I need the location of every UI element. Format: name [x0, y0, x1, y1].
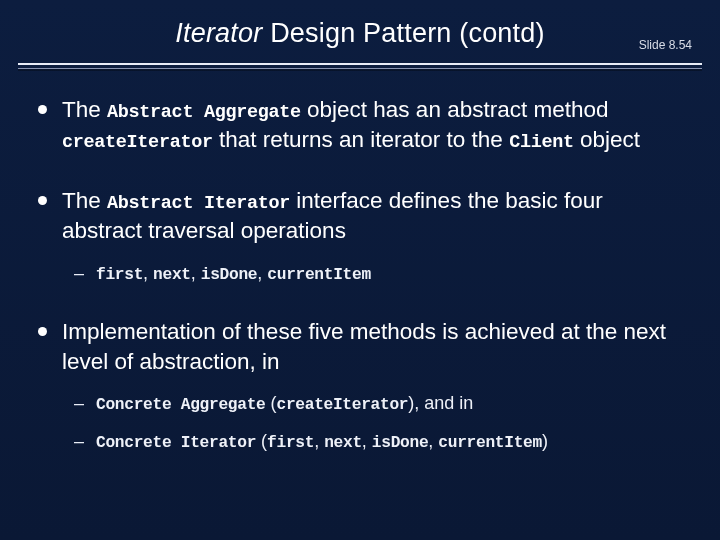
body-text: , — [362, 431, 372, 451]
bullet-item: The Abstract Iterator interface defines … — [34, 186, 686, 287]
code-text: isDone — [201, 266, 258, 284]
body-text: object has an abstract method — [301, 97, 609, 122]
body-text: , — [314, 431, 324, 451]
title-rest: Design Pattern (contd) — [262, 18, 544, 48]
code-text: first — [267, 434, 314, 452]
code-text: isDone — [372, 434, 429, 452]
body-text: The — [62, 188, 107, 213]
code-text: Abstract Aggregate — [107, 102, 301, 123]
bullet-item: Implementation of these five methods is … — [34, 317, 686, 455]
code-text: next — [153, 266, 191, 284]
body-text: The — [62, 97, 107, 122]
body-text: ), and in — [408, 393, 473, 413]
slide-content: The Abstract Aggregate object has an abs… — [0, 69, 720, 455]
body-text: , — [428, 431, 438, 451]
bullet-list: The Abstract Aggregate object has an abs… — [34, 95, 686, 455]
sub-bullet-list: Concrete Aggregate (createIterator), and… — [62, 390, 686, 455]
body-text: ) — [542, 431, 548, 451]
slide: Iterator Design Pattern (contd) Slide 8.… — [0, 0, 720, 540]
code-text: Concrete Aggregate — [96, 396, 265, 414]
code-text: currentItem — [438, 434, 542, 452]
slide-header: Iterator Design Pattern (contd) Slide 8.… — [0, 0, 720, 57]
page-title: Iterator Design Pattern (contd) — [28, 18, 692, 49]
code-text: createIterator — [62, 132, 213, 153]
body-text: , — [191, 263, 201, 283]
body-text: , — [257, 263, 267, 283]
code-text: currentItem — [267, 266, 371, 284]
bullet-item: The Abstract Aggregate object has an abs… — [34, 95, 686, 156]
body-text: ( — [265, 393, 276, 413]
code-text: Client — [509, 132, 574, 153]
code-text: createIterator — [276, 396, 408, 414]
body-text: , — [143, 263, 153, 283]
code-text: Concrete Iterator — [96, 434, 256, 452]
sub-bullet-item: Concrete Aggregate (createIterator), and… — [62, 390, 686, 417]
sub-bullet-item: Concrete Iterator (first, next, isDone, … — [62, 428, 686, 455]
body-text: that returns an iterator to the — [213, 127, 509, 152]
slide-number: Slide 8.54 — [639, 38, 692, 52]
sub-bullet-list: first, next, isDone, currentItem — [62, 260, 686, 287]
body-text: Implementation of these five methods is … — [62, 319, 666, 374]
body-text: ( — [256, 431, 267, 451]
title-italic: Iterator — [175, 18, 262, 48]
code-text: next — [324, 434, 362, 452]
code-text: first — [96, 266, 143, 284]
code-text: Abstract Iterator — [107, 193, 290, 214]
sub-bullet-item: first, next, isDone, currentItem — [62, 260, 686, 287]
body-text: object — [574, 127, 640, 152]
